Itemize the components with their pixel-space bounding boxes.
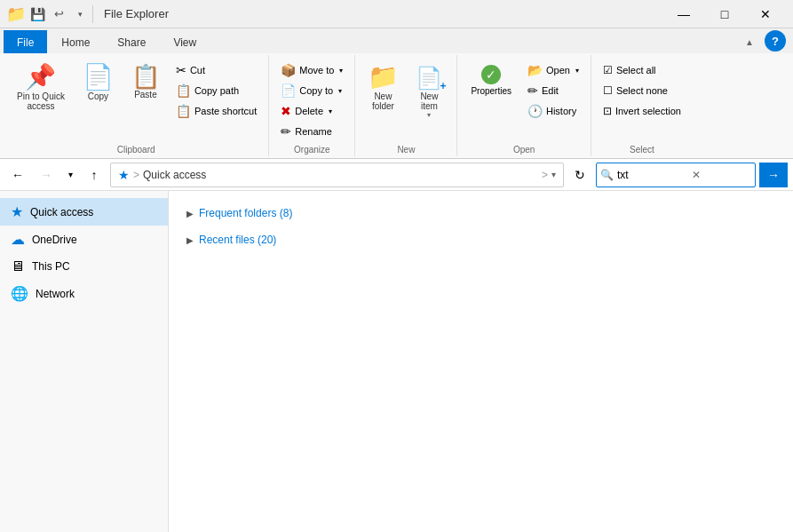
properties-check-icon: ✓: [481, 65, 501, 84]
invert-icon: ⊡: [603, 105, 612, 117]
sidebar-item-quick-access[interactable]: ★ Quick access: [0, 198, 168, 226]
tab-share[interactable]: Share: [104, 30, 159, 53]
back-button[interactable]: ←: [5, 163, 30, 187]
tab-home[interactable]: Home: [48, 30, 103, 53]
delete-icon: ✖: [281, 104, 291, 118]
frequent-folders-section[interactable]: ▶ Frequent folders (8): [183, 202, 779, 225]
network-icon: 🌐: [11, 285, 28, 302]
tab-file[interactable]: File: [4, 30, 47, 53]
delete-arrow: ▾: [329, 107, 332, 115]
edit-icon: ✏: [527, 83, 538, 98]
maximize-button[interactable]: □: [704, 0, 745, 28]
organize-content: 📦 Move to ▾ 📄 Copy to ▾ ✖ Delete ▾ ✏ Ren…: [274, 57, 349, 141]
move-to-button[interactable]: 📦 Move to ▾: [274, 60, 349, 80]
history-label: History: [546, 106, 576, 116]
ribbon-group-clipboard: 📌 Pin to Quick access 📄 Copy 📋 Paste ✂ C…: [4, 55, 269, 156]
refresh-button[interactable]: ↻: [567, 163, 592, 187]
ribbon-body: 📌 Pin to Quick access 📄 Copy 📋 Paste ✂ C…: [0, 53, 793, 159]
up-button[interactable]: ↑: [82, 163, 107, 187]
organize-col: 📦 Move to ▾ 📄 Copy to ▾ ✖ Delete ▾ ✏ Ren…: [274, 60, 349, 141]
pin-icon: 📌: [25, 65, 56, 90]
open-label: Open: [546, 65, 570, 75]
address-bar[interactable]: ★ > Quick access > ▾: [110, 163, 564, 187]
content-area: ▶ Frequent folders (8) ▶ Recent files (2…: [169, 191, 793, 532]
help-button[interactable]: ?: [765, 30, 786, 52]
sidebar-item-network[interactable]: 🌐 Network: [0, 280, 168, 307]
copy-path-button[interactable]: 📋 Copy path: [170, 81, 263, 100]
clipboard-group-label: Clipboard: [117, 141, 155, 155]
tab-view[interactable]: View: [160, 30, 210, 53]
invert-label: Invert selection: [615, 106, 681, 116]
quick-access-icon: ★: [11, 203, 23, 220]
organize-group-label: Organize: [294, 141, 330, 155]
properties-button[interactable]: ✓ Properties: [463, 60, 519, 100]
pin-label: Pin to Quick access: [17, 91, 65, 111]
new-item-icon: 📄 +: [416, 65, 442, 90]
copy-label: Copy: [88, 91, 108, 101]
select-none-button[interactable]: ☐ Select none: [597, 81, 687, 100]
copy-to-label: Copy to: [299, 85, 333, 96]
save-icon[interactable]: 💾: [28, 5, 46, 23]
search-clear-button[interactable]: ✕: [692, 169, 701, 181]
paste-shortcut-button[interactable]: 📋 Paste shortcut: [170, 101, 263, 121]
copy-icon: 📄: [83, 65, 114, 90]
new-folder-button[interactable]: 📁 Newfolder: [361, 60, 405, 115]
recent-locations-button[interactable]: ▾: [62, 163, 78, 187]
search-input[interactable]: [617, 169, 688, 181]
delete-label: Delete: [295, 106, 323, 116]
clipboard-content: 📌 Pin to Quick access 📄 Copy 📋 Paste ✂ C…: [9, 57, 263, 141]
ribbon-group-new: 📁 Newfolder 📄 + Newitem ▾ New: [355, 55, 457, 156]
search-icon: 🔍: [600, 169, 614, 181]
search-go-button[interactable]: →: [759, 163, 788, 187]
rename-button[interactable]: ✏ Rename: [274, 122, 349, 141]
select-group-label: Select: [630, 141, 654, 155]
open-button[interactable]: 📂 Open ▾: [521, 60, 585, 80]
ribbon-collapse-button[interactable]: ▲: [738, 30, 761, 53]
copy-path-icon: 📋: [176, 83, 191, 98]
folder-icon: 📁: [7, 5, 25, 23]
select-all-button[interactable]: ☑ Select all: [597, 60, 687, 80]
address-dropdown-icon[interactable]: ▾: [551, 170, 556, 179]
copy-path-label: Copy path: [194, 85, 239, 96]
copy-button[interactable]: 📄 Copy: [75, 60, 122, 106]
history-icon: 🕐: [527, 104, 543, 118]
window-controls: — □ ✕: [663, 0, 786, 28]
undo-icon[interactable]: ↩: [50, 5, 67, 23]
select-content: ☑ Select all ☐ Select none ⊡ Invert sele…: [597, 57, 687, 141]
paste-button[interactable]: 📋 Paste: [123, 60, 168, 104]
onedrive-label: OneDrive: [32, 234, 77, 246]
frequent-folders-label: Frequent folders (8): [199, 207, 292, 219]
edit-label: Edit: [542, 85, 559, 96]
sidebar-item-onedrive[interactable]: ☁ OneDrive: [0, 226, 168, 253]
forward-button[interactable]: →: [34, 163, 59, 187]
cut-label: Cut: [190, 65, 205, 75]
minimize-button[interactable]: —: [663, 0, 704, 28]
invert-selection-button[interactable]: ⊡ Invert selection: [597, 101, 687, 121]
pin-to-quick-access-button[interactable]: 📌 Pin to Quick access: [9, 60, 73, 115]
delete-button[interactable]: ✖ Delete ▾: [274, 101, 349, 121]
ribbon-tabs: File Home Share View ▲ ?: [0, 28, 793, 53]
sidebar: ★ Quick access ☁ OneDrive 🖥 This PC 🌐 Ne…: [0, 191, 169, 532]
open-group-label: Open: [513, 141, 535, 155]
paste-icon: 📋: [131, 65, 160, 88]
recent-files-section[interactable]: ▶ Recent files (20): [183, 228, 779, 251]
rename-label: Rename: [295, 126, 332, 137]
ribbon-group-organize: 📦 Move to ▾ 📄 Copy to ▾ ✖ Delete ▾ ✏ Ren…: [269, 55, 355, 156]
edit-button[interactable]: ✏ Edit: [521, 81, 585, 100]
close-button[interactable]: ✕: [745, 0, 786, 28]
search-bar[interactable]: 🔍 ✕: [596, 163, 756, 187]
open-icon: 📂: [527, 63, 543, 77]
history-button[interactable]: 🕐 History: [521, 101, 585, 121]
new-item-label: Newitem: [420, 91, 438, 111]
new-folder-label: Newfolder: [372, 91, 394, 111]
frequent-folders-chevron: ▶: [186, 209, 194, 218]
new-folder-icon: 📁: [368, 65, 399, 90]
onedrive-icon: ☁: [11, 231, 25, 248]
open-content: ✓ Properties 📂 Open ▾ ✏ Edit 🕐 History: [463, 57, 585, 141]
customize-qat-icon[interactable]: ▾: [71, 5, 89, 23]
copy-to-button[interactable]: 📄 Copy to ▾: [274, 81, 349, 100]
new-item-button[interactable]: 📄 + Newitem ▾: [407, 60, 451, 123]
sidebar-item-this-pc[interactable]: 🖥 This PC: [0, 253, 168, 280]
recent-files-label: Recent files (20): [199, 234, 276, 246]
cut-button[interactable]: ✂ Cut: [170, 60, 263, 80]
